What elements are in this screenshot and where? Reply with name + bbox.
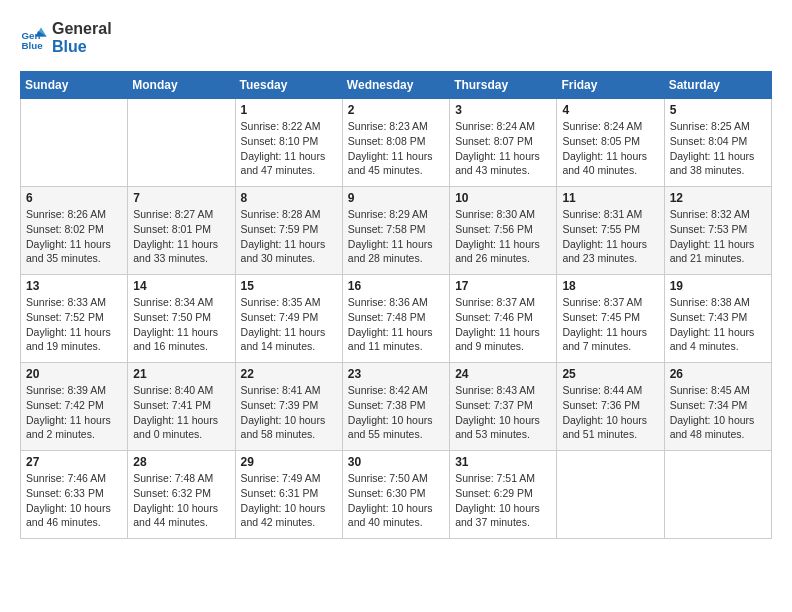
- day-info: Sunrise: 8:29 AMSunset: 7:58 PMDaylight:…: [348, 207, 444, 266]
- week-row-1: 1Sunrise: 8:22 AMSunset: 8:10 PMDaylight…: [21, 99, 772, 187]
- weekday-header-monday: Monday: [128, 72, 235, 99]
- day-number: 28: [133, 455, 229, 469]
- logo-text-line1: General: [52, 20, 112, 38]
- day-number: 2: [348, 103, 444, 117]
- day-number: 24: [455, 367, 551, 381]
- calendar-cell: 13Sunrise: 8:33 AMSunset: 7:52 PMDayligh…: [21, 275, 128, 363]
- calendar-cell: 29Sunrise: 7:49 AMSunset: 6:31 PMDayligh…: [235, 451, 342, 539]
- calendar-cell: 5Sunrise: 8:25 AMSunset: 8:04 PMDaylight…: [664, 99, 771, 187]
- day-number: 15: [241, 279, 337, 293]
- svg-text:Blue: Blue: [21, 40, 43, 51]
- day-number: 7: [133, 191, 229, 205]
- calendar-cell: [557, 451, 664, 539]
- logo: Gen Blue General Blue: [20, 20, 112, 55]
- weekday-header-friday: Friday: [557, 72, 664, 99]
- weekday-header-wednesday: Wednesday: [342, 72, 449, 99]
- day-info: Sunrise: 8:40 AMSunset: 7:41 PMDaylight:…: [133, 383, 229, 442]
- calendar-cell: 17Sunrise: 8:37 AMSunset: 7:46 PMDayligh…: [450, 275, 557, 363]
- day-info: Sunrise: 8:44 AMSunset: 7:36 PMDaylight:…: [562, 383, 658, 442]
- weekday-header-tuesday: Tuesday: [235, 72, 342, 99]
- day-info: Sunrise: 8:30 AMSunset: 7:56 PMDaylight:…: [455, 207, 551, 266]
- day-number: 18: [562, 279, 658, 293]
- day-number: 13: [26, 279, 122, 293]
- day-number: 12: [670, 191, 766, 205]
- day-number: 4: [562, 103, 658, 117]
- day-info: Sunrise: 8:34 AMSunset: 7:50 PMDaylight:…: [133, 295, 229, 354]
- day-info: Sunrise: 7:49 AMSunset: 6:31 PMDaylight:…: [241, 471, 337, 530]
- day-number: 1: [241, 103, 337, 117]
- day-info: Sunrise: 8:25 AMSunset: 8:04 PMDaylight:…: [670, 119, 766, 178]
- calendar-cell: 18Sunrise: 8:37 AMSunset: 7:45 PMDayligh…: [557, 275, 664, 363]
- day-info: Sunrise: 7:51 AMSunset: 6:29 PMDaylight:…: [455, 471, 551, 530]
- calendar-cell: 22Sunrise: 8:41 AMSunset: 7:39 PMDayligh…: [235, 363, 342, 451]
- day-number: 25: [562, 367, 658, 381]
- calendar-cell: 20Sunrise: 8:39 AMSunset: 7:42 PMDayligh…: [21, 363, 128, 451]
- day-info: Sunrise: 8:24 AMSunset: 8:07 PMDaylight:…: [455, 119, 551, 178]
- week-row-4: 20Sunrise: 8:39 AMSunset: 7:42 PMDayligh…: [21, 363, 772, 451]
- day-number: 21: [133, 367, 229, 381]
- calendar-cell: 14Sunrise: 8:34 AMSunset: 7:50 PMDayligh…: [128, 275, 235, 363]
- calendar-cell: 27Sunrise: 7:46 AMSunset: 6:33 PMDayligh…: [21, 451, 128, 539]
- header: Gen Blue General Blue: [20, 20, 772, 55]
- calendar-cell: 2Sunrise: 8:23 AMSunset: 8:08 PMDaylight…: [342, 99, 449, 187]
- day-number: 20: [26, 367, 122, 381]
- week-row-5: 27Sunrise: 7:46 AMSunset: 6:33 PMDayligh…: [21, 451, 772, 539]
- calendar-cell: 31Sunrise: 7:51 AMSunset: 6:29 PMDayligh…: [450, 451, 557, 539]
- calendar-cell: 3Sunrise: 8:24 AMSunset: 8:07 PMDaylight…: [450, 99, 557, 187]
- calendar-cell: 16Sunrise: 8:36 AMSunset: 7:48 PMDayligh…: [342, 275, 449, 363]
- day-info: Sunrise: 8:43 AMSunset: 7:37 PMDaylight:…: [455, 383, 551, 442]
- day-number: 3: [455, 103, 551, 117]
- day-number: 29: [241, 455, 337, 469]
- weekday-header-saturday: Saturday: [664, 72, 771, 99]
- calendar-cell: [128, 99, 235, 187]
- day-info: Sunrise: 8:45 AMSunset: 7:34 PMDaylight:…: [670, 383, 766, 442]
- day-info: Sunrise: 8:24 AMSunset: 8:05 PMDaylight:…: [562, 119, 658, 178]
- calendar-cell: 23Sunrise: 8:42 AMSunset: 7:38 PMDayligh…: [342, 363, 449, 451]
- day-number: 16: [348, 279, 444, 293]
- day-number: 30: [348, 455, 444, 469]
- calendar-cell: 6Sunrise: 8:26 AMSunset: 8:02 PMDaylight…: [21, 187, 128, 275]
- week-row-3: 13Sunrise: 8:33 AMSunset: 7:52 PMDayligh…: [21, 275, 772, 363]
- day-number: 5: [670, 103, 766, 117]
- day-info: Sunrise: 8:32 AMSunset: 7:53 PMDaylight:…: [670, 207, 766, 266]
- day-number: 14: [133, 279, 229, 293]
- calendar-cell: 8Sunrise: 8:28 AMSunset: 7:59 PMDaylight…: [235, 187, 342, 275]
- logo-text-line2: Blue: [52, 38, 112, 56]
- day-info: Sunrise: 8:23 AMSunset: 8:08 PMDaylight:…: [348, 119, 444, 178]
- calendar-cell: 7Sunrise: 8:27 AMSunset: 8:01 PMDaylight…: [128, 187, 235, 275]
- day-info: Sunrise: 8:31 AMSunset: 7:55 PMDaylight:…: [562, 207, 658, 266]
- calendar-cell: 1Sunrise: 8:22 AMSunset: 8:10 PMDaylight…: [235, 99, 342, 187]
- calendar-cell: 25Sunrise: 8:44 AMSunset: 7:36 PMDayligh…: [557, 363, 664, 451]
- day-info: Sunrise: 8:22 AMSunset: 8:10 PMDaylight:…: [241, 119, 337, 178]
- week-row-2: 6Sunrise: 8:26 AMSunset: 8:02 PMDaylight…: [21, 187, 772, 275]
- calendar-table: SundayMondayTuesdayWednesdayThursdayFrid…: [20, 71, 772, 539]
- calendar-cell: 24Sunrise: 8:43 AMSunset: 7:37 PMDayligh…: [450, 363, 557, 451]
- day-number: 11: [562, 191, 658, 205]
- day-info: Sunrise: 8:39 AMSunset: 7:42 PMDaylight:…: [26, 383, 122, 442]
- day-info: Sunrise: 8:42 AMSunset: 7:38 PMDaylight:…: [348, 383, 444, 442]
- calendar-cell: 10Sunrise: 8:30 AMSunset: 7:56 PMDayligh…: [450, 187, 557, 275]
- day-number: 9: [348, 191, 444, 205]
- day-number: 8: [241, 191, 337, 205]
- day-number: 22: [241, 367, 337, 381]
- day-number: 6: [26, 191, 122, 205]
- day-number: 27: [26, 455, 122, 469]
- calendar-cell: 21Sunrise: 8:40 AMSunset: 7:41 PMDayligh…: [128, 363, 235, 451]
- day-info: Sunrise: 8:28 AMSunset: 7:59 PMDaylight:…: [241, 207, 337, 266]
- calendar-cell: 12Sunrise: 8:32 AMSunset: 7:53 PMDayligh…: [664, 187, 771, 275]
- calendar-cell: 19Sunrise: 8:38 AMSunset: 7:43 PMDayligh…: [664, 275, 771, 363]
- day-info: Sunrise: 8:26 AMSunset: 8:02 PMDaylight:…: [26, 207, 122, 266]
- calendar-cell: 4Sunrise: 8:24 AMSunset: 8:05 PMDaylight…: [557, 99, 664, 187]
- day-number: 31: [455, 455, 551, 469]
- day-info: Sunrise: 8:38 AMSunset: 7:43 PMDaylight:…: [670, 295, 766, 354]
- day-info: Sunrise: 7:50 AMSunset: 6:30 PMDaylight:…: [348, 471, 444, 530]
- weekday-header-row: SundayMondayTuesdayWednesdayThursdayFrid…: [21, 72, 772, 99]
- day-number: 17: [455, 279, 551, 293]
- calendar-cell: 15Sunrise: 8:35 AMSunset: 7:49 PMDayligh…: [235, 275, 342, 363]
- calendar-cell: 26Sunrise: 8:45 AMSunset: 7:34 PMDayligh…: [664, 363, 771, 451]
- day-number: 10: [455, 191, 551, 205]
- day-info: Sunrise: 7:46 AMSunset: 6:33 PMDaylight:…: [26, 471, 122, 530]
- day-info: Sunrise: 8:41 AMSunset: 7:39 PMDaylight:…: [241, 383, 337, 442]
- day-info: Sunrise: 8:35 AMSunset: 7:49 PMDaylight:…: [241, 295, 337, 354]
- weekday-header-sunday: Sunday: [21, 72, 128, 99]
